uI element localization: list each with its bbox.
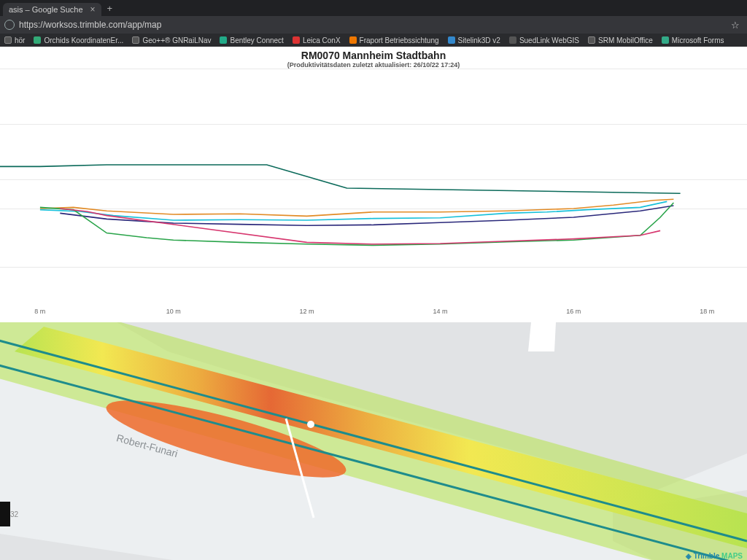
tab-title: asis – Google Suche bbox=[9, 5, 83, 14]
browser-tab[interactable]: asis – Google Suche × bbox=[3, 3, 101, 16]
provider-text: Trimble bbox=[694, 552, 720, 560]
bookmarks-bar: hörOrchids KoordinatenEr...Geo++® GNRaiL… bbox=[0, 34, 747, 47]
bookmark-favicon-icon bbox=[34, 36, 41, 44]
bookmark-favicon-icon bbox=[662, 36, 669, 44]
x-tick-label: 8 m bbox=[34, 308, 45, 315]
map-viewport[interactable]: Robert-Funari ◈ Trimble MAPS bbox=[0, 322, 747, 560]
bookmark-favicon-icon bbox=[132, 36, 139, 44]
svg-marker-3 bbox=[528, 322, 556, 351]
profile-chart[interactable]: 8 m10 m12 m14 m16 m18 m bbox=[0, 47, 747, 322]
bookmark-label: Orchids KoordinatenEr... bbox=[44, 36, 123, 44]
series-orange[interactable] bbox=[40, 199, 674, 216]
bookmark-item[interactable]: Orchids KoordinatenEr... bbox=[34, 36, 123, 44]
bookmark-item[interactable]: Microsoft Forms bbox=[662, 36, 724, 44]
side-badge[interactable] bbox=[0, 502, 10, 526]
site-info-icon[interactable] bbox=[4, 20, 15, 30]
address-bar-row: https://worksos.trimble.com/app/map ☆ bbox=[0, 16, 747, 34]
bookmark-label: Microsoft Forms bbox=[672, 36, 724, 44]
side-badge-value: 32 bbox=[10, 510, 18, 518]
bookmark-item[interactable]: Leica ConX bbox=[293, 36, 341, 44]
bookmark-item[interactable]: Fraport Betriebssichtung bbox=[349, 36, 439, 44]
svg-marker-1 bbox=[0, 534, 182, 560]
bookmark-favicon-icon bbox=[220, 36, 227, 44]
close-icon[interactable]: × bbox=[90, 4, 96, 15]
provider-text-2: MAPS bbox=[721, 552, 743, 560]
bookmark-item[interactable]: hör bbox=[4, 36, 25, 44]
bookmark-item[interactable]: Geo++® GNRaiLNav bbox=[132, 36, 211, 44]
bookmark-favicon-icon bbox=[293, 36, 300, 44]
series-magenta[interactable] bbox=[60, 209, 660, 244]
x-tick-label: 10 m bbox=[166, 308, 181, 315]
series-dark-teal[interactable] bbox=[0, 165, 681, 193]
bookmark-favicon-icon bbox=[349, 36, 357, 44]
bookmark-label: Geo++® GNRaiLNav bbox=[142, 36, 211, 44]
bookmark-label: Sitelink3D v2 bbox=[458, 36, 500, 44]
bookmark-label: SRM MobilOffice bbox=[598, 36, 653, 44]
x-tick-label: 14 m bbox=[433, 308, 447, 315]
bookmark-label: SuedLink WebGIS bbox=[519, 36, 579, 44]
bookmark-star-icon[interactable]: ☆ bbox=[731, 20, 740, 31]
svg-point-10 bbox=[307, 421, 314, 428]
bookmark-label: hör bbox=[15, 36, 25, 44]
new-tab-button[interactable]: + bbox=[107, 3, 113, 14]
bookmark-favicon-icon bbox=[448, 36, 455, 44]
x-axis: 8 m10 m12 m14 m16 m18 m bbox=[0, 308, 747, 318]
x-tick-label: 18 m bbox=[700, 308, 714, 315]
bookmark-label: Fraport Betriebssichtung bbox=[360, 36, 439, 44]
x-tick-label: 12 m bbox=[300, 308, 314, 315]
bookmark-favicon-icon bbox=[588, 36, 595, 44]
address-bar[interactable]: https://worksos.trimble.com/app/map bbox=[19, 20, 727, 30]
map-provider-logo: ◈ Trimble MAPS bbox=[686, 552, 743, 560]
x-tick-label: 16 m bbox=[566, 308, 581, 315]
bookmark-favicon-icon bbox=[509, 36, 516, 44]
bookmark-item[interactable]: Bentley Connect bbox=[220, 36, 283, 44]
app-content: RM0070 Mannheim Stadtbahn (Produktivität… bbox=[0, 47, 747, 560]
bookmark-item[interactable]: SRM MobilOffice bbox=[588, 36, 653, 44]
series-dark-blue[interactable] bbox=[60, 206, 673, 225]
provider-trimble-icon: ◈ bbox=[686, 552, 694, 560]
browser-tab-strip: asis – Google Suche × + bbox=[0, 0, 747, 16]
bookmark-label: Leica ConX bbox=[303, 36, 341, 44]
bookmark-item[interactable]: SuedLink WebGIS bbox=[509, 36, 579, 44]
bookmark-favicon-icon bbox=[4, 36, 12, 44]
bookmark-label: Bentley Connect bbox=[230, 36, 283, 44]
bookmark-item[interactable]: Sitelink3D v2 bbox=[448, 36, 500, 44]
